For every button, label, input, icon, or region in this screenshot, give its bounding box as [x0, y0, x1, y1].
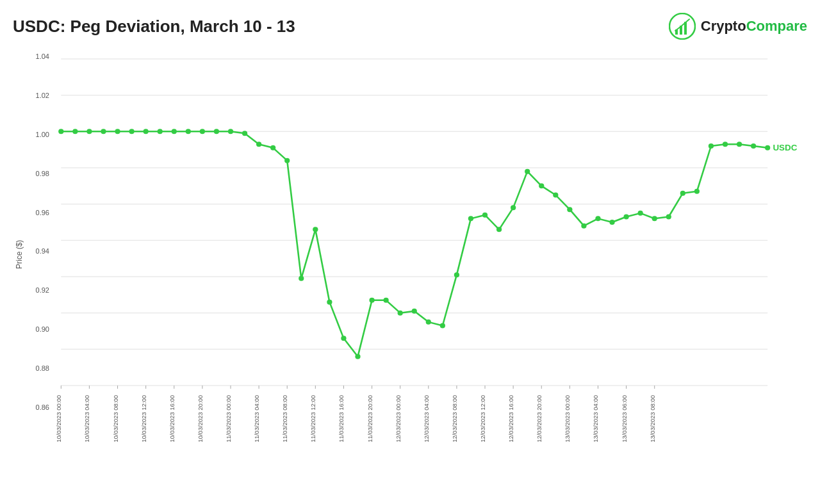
- svg-point-40: [426, 320, 431, 325]
- svg-point-58: [680, 191, 685, 196]
- svg-text:12/03/2023 16:00: 12/03/2023 16:00: [507, 395, 514, 443]
- svg-point-41: [440, 323, 445, 329]
- svg-point-15: [72, 129, 78, 134]
- svg-point-47: [525, 169, 530, 174]
- y-tick: 1.04: [36, 53, 49, 60]
- svg-text:10/03/2023 08:00: 10/03/2023 08:00: [111, 395, 119, 443]
- svg-point-21: [158, 129, 163, 134]
- y-tick: 1.00: [36, 131, 49, 138]
- svg-point-54: [623, 215, 628, 220]
- logo-text: CryptoCompare: [701, 18, 807, 35]
- svg-point-64: [765, 145, 770, 150]
- svg-point-61: [723, 142, 728, 147]
- svg-text:10/03/2023 16:00: 10/03/2023 16:00: [168, 395, 176, 443]
- svg-point-18: [115, 129, 120, 134]
- svg-point-26: [228, 129, 233, 134]
- main-chart-svg: USDC10/03/2023 00:0010/03/2023 04:0010/0…: [54, 46, 807, 462]
- svg-text:13/03/2023 06:00: 13/03/2023 06:00: [620, 395, 627, 443]
- svg-text:11/03/2023 08:00: 11/03/2023 08:00: [281, 395, 288, 443]
- svg-point-17: [101, 129, 106, 134]
- chart-wrapper: USDC10/03/2023 00:0010/03/2023 04:0010/0…: [54, 46, 807, 462]
- svg-point-63: [751, 143, 756, 149]
- page-title: USDC: Peg Deviation, March 10 - 13: [13, 17, 295, 37]
- svg-text:10/03/2023 12:00: 10/03/2023 12:00: [140, 395, 147, 443]
- svg-point-24: [200, 129, 205, 134]
- y-tick: 1.02: [36, 92, 49, 99]
- svg-point-30: [284, 158, 290, 163]
- page-container: USDC: Peg Deviation, March 10 - 13 Crypt…: [0, 0, 820, 504]
- logo-compare: Compare: [746, 18, 807, 34]
- svg-point-53: [609, 220, 614, 225]
- svg-point-62: [737, 142, 742, 147]
- chart-area: Price ($) 1.041.021.000.980.960.940.920.…: [13, 46, 807, 462]
- y-tick: 0.94: [36, 247, 49, 255]
- svg-text:11/03/2023 20:00: 11/03/2023 20:00: [366, 395, 373, 443]
- svg-point-33: [327, 300, 332, 305]
- y-axis: 1.041.021.000.980.960.940.920.900.880.86: [26, 46, 54, 462]
- svg-point-20: [144, 129, 149, 134]
- svg-point-22: [172, 129, 177, 134]
- svg-point-36: [369, 298, 374, 303]
- svg-point-16: [86, 129, 92, 134]
- svg-text:11/03/2023 16:00: 11/03/2023 16:00: [338, 395, 345, 443]
- svg-text:13/03/2023 04:00: 13/03/2023 04:00: [592, 395, 599, 443]
- svg-point-31: [299, 276, 304, 281]
- y-tick: 0.88: [36, 364, 49, 372]
- svg-point-28: [256, 142, 261, 147]
- svg-point-27: [242, 131, 247, 136]
- svg-point-42: [454, 272, 459, 277]
- page-header: USDC: Peg Deviation, March 10 - 13 Crypt…: [13, 13, 807, 40]
- svg-point-39: [412, 309, 417, 314]
- svg-point-46: [511, 205, 516, 210]
- logo-icon: [669, 13, 696, 40]
- svg-point-51: [581, 224, 586, 229]
- svg-text:12/03/2023 12:00: 12/03/2023 12:00: [479, 395, 486, 443]
- svg-point-14: [58, 129, 63, 134]
- svg-point-25: [214, 129, 219, 134]
- y-tick: 0.92: [36, 286, 49, 294]
- svg-text:11/03/2023 04:00: 11/03/2023 04:00: [253, 395, 260, 443]
- svg-text:12/03/2023 20:00: 12/03/2023 20:00: [536, 395, 543, 443]
- svg-point-43: [468, 216, 473, 221]
- svg-point-35: [355, 354, 360, 359]
- svg-point-57: [666, 215, 671, 220]
- svg-text:12/03/2023 04:00: 12/03/2023 04:00: [423, 395, 430, 443]
- svg-point-52: [595, 216, 600, 221]
- svg-text:USDC: USDC: [773, 143, 797, 152]
- y-tick: 0.90: [36, 325, 49, 333]
- svg-point-50: [567, 207, 572, 212]
- svg-text:10/03/2023 00:00: 10/03/2023 00:00: [55, 395, 62, 443]
- svg-point-44: [482, 213, 488, 218]
- svg-point-49: [553, 193, 558, 198]
- svg-text:13/03/2023 00:00: 13/03/2023 00:00: [564, 395, 571, 443]
- svg-point-37: [383, 298, 388, 303]
- svg-text:10/03/2023 04:00: 10/03/2023 04:00: [83, 395, 90, 443]
- svg-point-34: [341, 336, 346, 341]
- y-tick: 0.86: [36, 403, 49, 411]
- svg-point-55: [638, 211, 643, 216]
- y-axis-label: Price ($): [13, 46, 26, 462]
- svg-point-32: [313, 227, 318, 232]
- svg-point-45: [496, 227, 502, 232]
- y-tick: 0.96: [36, 209, 49, 216]
- svg-text:12/03/2023 08:00: 12/03/2023 08:00: [451, 395, 458, 443]
- svg-text:13/03/2023 08:00: 13/03/2023 08:00: [649, 395, 656, 443]
- svg-point-56: [652, 216, 657, 221]
- svg-text:12/03/2023 00:00: 12/03/2023 00:00: [395, 395, 402, 443]
- svg-point-23: [186, 129, 191, 134]
- svg-point-38: [398, 311, 403, 316]
- svg-point-19: [129, 129, 134, 134]
- logo-crypto: Crypto: [701, 18, 746, 34]
- svg-point-48: [539, 183, 544, 188]
- y-tick: 0.98: [36, 170, 49, 177]
- svg-text:10/03/2023 20:00: 10/03/2023 20:00: [197, 395, 204, 443]
- svg-point-29: [270, 145, 275, 150]
- logo: CryptoCompare: [669, 13, 807, 40]
- svg-text:11/03/2023 12:00: 11/03/2023 12:00: [309, 395, 316, 443]
- svg-point-59: [694, 189, 700, 194]
- svg-text:11/03/2023 00:00: 11/03/2023 00:00: [225, 395, 232, 443]
- svg-point-60: [709, 143, 714, 149]
